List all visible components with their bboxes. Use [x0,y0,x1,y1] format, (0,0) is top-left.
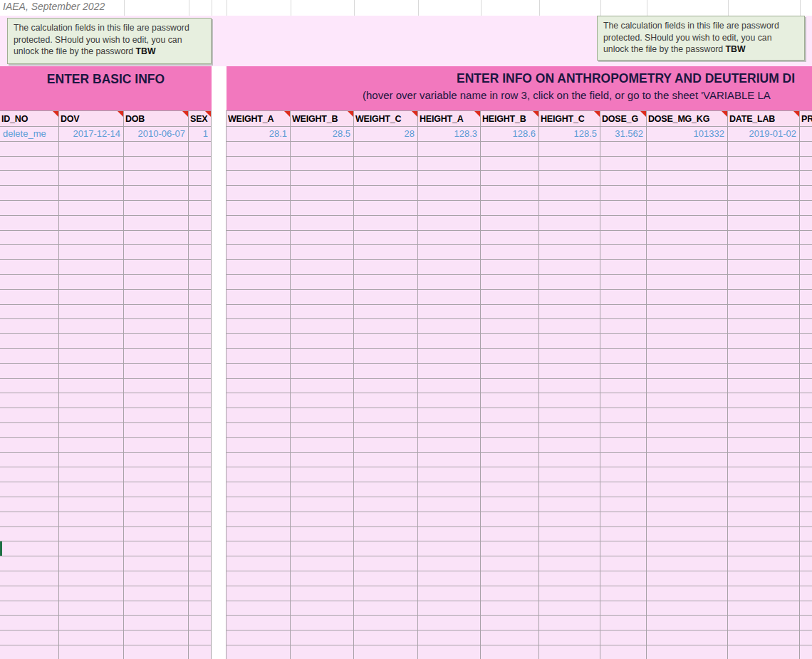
cell-pre[interactable] [800,171,812,186]
cell-height_c[interactable] [539,319,600,334]
cell-height_a[interactable] [418,408,481,423]
cell-weight_c[interactable] [354,556,418,571]
cell-pre[interactable] [800,334,812,349]
cell-dose_mg_kg[interactable] [647,319,728,334]
cell-sex[interactable] [189,157,212,172]
cell-height_c[interactable] [539,482,600,497]
cell-dose_mg_kg[interactable] [647,349,728,364]
column-header-height_c[interactable]: HEIGHT_C [539,110,600,127]
cell-sex[interactable] [189,319,212,334]
cell-weight_b[interactable] [291,393,354,408]
cell-weight_a[interactable] [227,216,291,231]
cell-dose_mg_kg[interactable] [647,512,728,527]
cell-dob[interactable] [124,305,189,320]
cell-weight_a[interactable] [227,467,291,482]
cell-dose_mg_kg[interactable] [647,527,728,542]
cell-height_a[interactable] [418,319,481,334]
cell-weight_a[interactable] [227,571,291,586]
cell-height_a[interactable] [418,349,481,364]
cell-sex[interactable] [189,290,212,305]
cell-pre[interactable] [800,512,812,527]
cell-weight_b[interactable] [291,364,354,379]
cell-dob[interactable] [124,616,189,631]
cell-pre[interactable] [800,260,812,275]
cell-dob[interactable] [124,556,189,571]
cell-dose_mg_kg[interactable] [647,556,728,571]
cell-weight_a[interactable] [227,201,291,216]
cell-date_lab[interactable] [728,497,800,512]
cell-sex[interactable] [189,171,212,186]
cell-height_a[interactable] [418,245,481,260]
cell-pre[interactable] [800,482,812,497]
cell-date_lab[interactable] [728,379,800,394]
cell-dov[interactable] [59,586,124,601]
cell-weight_c[interactable] [354,512,418,527]
cell-dob[interactable] [124,171,189,186]
cell-height_c[interactable] [539,645,600,659]
spacer-column-cell[interactable] [212,453,227,468]
cell-dose_g[interactable] [600,527,647,542]
cell-dob[interactable] [124,334,189,349]
cell-dose_g[interactable] [600,453,647,468]
cell-weight_a[interactable] [227,260,291,275]
cell-dov[interactable] [59,275,124,290]
cell-dov[interactable] [59,571,124,586]
column-header-date_lab[interactable]: DATE_LAB [728,110,800,127]
cell-pre[interactable] [800,319,812,334]
spacer-column-cell[interactable] [212,393,227,408]
cell-height_c[interactable] [539,631,600,645]
cell-weight_c[interactable] [354,201,418,216]
cell-date_lab[interactable] [728,364,800,379]
cell-dose_g[interactable] [600,512,647,527]
cell-dose_g[interactable] [600,349,647,364]
cell-weight_b[interactable] [291,379,354,394]
cell-dob[interactable] [124,586,189,601]
cell-weight_a[interactable] [227,171,291,186]
cell-weight_b[interactable] [291,616,354,631]
cell-weight_a[interactable] [227,453,291,468]
cell-date_lab[interactable] [728,231,800,246]
cell-weight_c[interactable] [354,541,418,556]
cell-height_b[interactable] [481,290,539,305]
cell-sex[interactable] [189,512,212,527]
cell-date_lab[interactable] [728,142,800,157]
cell-height_a[interactable] [418,556,481,571]
cell-weight_b[interactable] [291,260,354,275]
spacer-column-cell[interactable] [212,142,227,157]
cell-dose_mg_kg[interactable] [647,408,728,423]
cell-dose_g[interactable] [600,186,647,201]
cell-sex[interactable] [189,645,212,659]
cell-height_c[interactable] [539,379,600,394]
cell-sex[interactable] [189,497,212,512]
cell-weight_b[interactable] [291,142,354,157]
cell-weight_c[interactable] [354,379,418,394]
cell-pre[interactable] [800,127,812,142]
cell-height_c[interactable] [539,142,600,157]
cell-weight_a[interactable] [227,231,291,246]
cell-weight_c[interactable] [354,171,418,186]
spacer-column-cell[interactable] [212,408,227,423]
cell-dov[interactable] [59,157,124,172]
cell-id_no[interactable] [0,571,59,586]
cell-date_lab[interactable] [728,631,800,645]
cell-date_lab[interactable] [728,616,800,631]
cell-dob[interactable] [124,408,189,423]
cell-height_b[interactable] [481,571,539,586]
cell-dov[interactable] [59,216,124,231]
cell-weight_c[interactable] [354,275,418,290]
cell-pre[interactable] [800,379,812,394]
cell-height_a[interactable] [418,201,481,216]
cell-height_c[interactable] [539,527,600,542]
cell-height_c[interactable] [539,305,600,320]
cell-date_lab[interactable] [728,482,800,497]
cell-dose_mg_kg[interactable] [647,216,728,231]
cell-dov[interactable] [59,616,124,631]
cell-date_lab[interactable] [728,512,800,527]
spacer-column-cell[interactable] [212,260,227,275]
cell-dob[interactable] [124,453,189,468]
cell-pre[interactable] [800,423,812,438]
cell-id_no[interactable] [0,142,59,157]
cell-id_no[interactable] [0,601,59,616]
cell-height_b[interactable] [481,453,539,468]
cell-dose_g[interactable] [600,631,647,645]
